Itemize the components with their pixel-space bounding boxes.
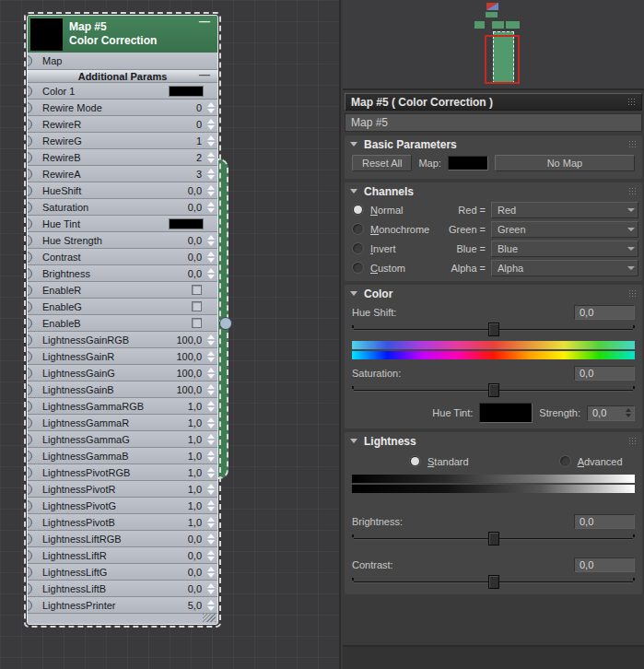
input-socket-icon[interactable]	[27, 351, 32, 362]
drag-grip-icon[interactable]	[628, 289, 637, 298]
hue-tint-swatch[interactable]	[479, 403, 533, 423]
channel-mode-radio[interactable]	[352, 262, 364, 274]
input-socket-icon[interactable]	[27, 600, 32, 611]
spinner-arrows-icon[interactable]	[205, 598, 216, 613]
param-value[interactable]: 1,0	[188, 500, 205, 511]
spinner-arrows-icon[interactable]	[205, 399, 216, 414]
spinner-arrows-icon[interactable]	[205, 449, 216, 464]
spinner-arrows-icon[interactable]	[205, 200, 216, 215]
param-value[interactable]: 0	[196, 119, 205, 130]
param-value[interactable]: 0,0	[188, 185, 205, 196]
param-value[interactable]: 100,0	[176, 384, 205, 395]
input-socket-icon[interactable]	[27, 135, 32, 147]
input-socket-icon[interactable]	[27, 55, 32, 66]
spinner-arrows-icon[interactable]	[623, 408, 634, 417]
spinner-arrows-icon[interactable]	[205, 266, 216, 281]
spinner-arrows-icon[interactable]	[205, 482, 216, 497]
input-socket-icon[interactable]	[27, 434, 32, 445]
spinner-arrows-icon[interactable]	[205, 581, 216, 596]
param-value[interactable]: 0,0	[188, 252, 205, 263]
param-checkbox[interactable]	[192, 285, 202, 295]
input-socket-icon[interactable]	[27, 119, 32, 130]
param-value[interactable]: 0,0	[188, 202, 205, 213]
saturation-slider[interactable]	[352, 382, 635, 398]
param-value[interactable]: 3	[196, 169, 205, 180]
input-socket-icon[interactable]	[27, 334, 32, 346]
spinner-arrows-icon[interactable]	[205, 548, 216, 563]
navigator-minimap[interactable]	[343, 0, 644, 90]
brightness-value-field[interactable]: 0,0	[574, 514, 635, 529]
spinner-arrows-icon[interactable]	[205, 233, 216, 248]
slider-handle[interactable]	[488, 532, 499, 546]
spinner-arrows-icon[interactable]	[205, 250, 216, 264]
input-socket-icon[interactable]	[27, 567, 32, 578]
contrast-value-field[interactable]: 0,0	[574, 558, 635, 572]
param-color-swatch[interactable]	[169, 218, 204, 229]
strength-spinner[interactable]: 0,0	[587, 405, 635, 421]
param-value[interactable]: 1,0	[188, 484, 205, 495]
input-socket-icon[interactable]	[27, 451, 32, 462]
node-preview-swatch[interactable]	[30, 18, 63, 51]
drag-grip-icon[interactable]	[628, 187, 637, 195]
spinner-arrows-icon[interactable]	[205, 499, 216, 513]
param-checkbox[interactable]	[192, 318, 202, 328]
node-header[interactable]: Map #5 Color Correction —	[28, 16, 217, 53]
spinner-arrows-icon[interactable]	[205, 167, 216, 182]
map-color-swatch[interactable]	[448, 156, 488, 170]
hue-shift-value-field[interactable]: 0,0	[574, 305, 635, 320]
param-value[interactable]: 0,0	[188, 268, 205, 279]
chevron-down-icon[interactable]	[625, 266, 638, 270]
node-graph-canvas[interactable]: Map #5 Color Correction — Map Additional…	[0, 0, 341, 669]
spinner-arrows-icon[interactable]	[205, 183, 216, 198]
input-socket-icon[interactable]	[27, 252, 32, 263]
param-value[interactable]: 0,0	[188, 583, 205, 594]
spinner-arrows-icon[interactable]	[205, 382, 216, 397]
input-socket-icon[interactable]	[27, 550, 32, 561]
spinner-arrows-icon[interactable]	[205, 100, 216, 115]
chevron-down-icon[interactable]	[625, 228, 638, 231]
channel-mode-radio[interactable]	[352, 204, 364, 216]
channel-mode-radio[interactable]	[352, 223, 364, 235]
navigator-view-frame[interactable]	[485, 35, 520, 84]
param-color-swatch[interactable]	[169, 86, 204, 97]
advanced-radio[interactable]	[559, 455, 571, 467]
param-value[interactable]: 0	[196, 102, 205, 113]
spinner-arrows-icon[interactable]	[205, 416, 216, 430]
input-socket-icon[interactable]	[27, 169, 32, 180]
drag-grip-icon[interactable]	[628, 140, 637, 148]
rollout-header[interactable]: Channels	[345, 182, 642, 200]
param-value[interactable]: 0,0	[188, 235, 205, 246]
param-value[interactable]: 100,0	[176, 334, 205, 346]
input-socket-icon[interactable]	[27, 368, 32, 379]
slider-handle[interactable]	[488, 383, 499, 397]
brightness-slider[interactable]	[352, 531, 635, 546]
input-socket-icon[interactable]	[27, 484, 32, 495]
rollout-header[interactable]: Color	[345, 285, 642, 302]
channel-mode-radio[interactable]	[352, 242, 364, 254]
section-collapse-icon[interactable]: —	[199, 72, 210, 79]
node-output-socket[interactable]	[219, 317, 232, 330]
reset-all-button[interactable]: Reset All	[352, 155, 412, 171]
hue-shift-slider[interactable]	[352, 322, 635, 337]
drag-grip-icon[interactable]	[628, 437, 637, 445]
color-correction-node[interactable]: Map #5 Color Correction — Map Additional…	[24, 12, 221, 628]
input-socket-icon[interactable]	[27, 583, 32, 594]
spinner-arrows-icon[interactable]	[205, 515, 216, 530]
param-value[interactable]: 0,0	[188, 534, 205, 545]
spinner-arrows-icon[interactable]	[205, 565, 216, 580]
param-value[interactable]: 1,0	[188, 434, 205, 445]
standard-radio[interactable]	[409, 455, 421, 467]
spinner-arrows-icon[interactable]	[205, 150, 216, 165]
input-socket-icon[interactable]	[27, 86, 32, 97]
spinner-arrows-icon[interactable]	[205, 532, 216, 546]
node-collapse-icon[interactable]: —	[199, 18, 210, 26]
material-name-input[interactable]: Map #5	[345, 113, 642, 132]
param-value[interactable]: 1,0	[188, 451, 205, 462]
param-value[interactable]: 0,0	[188, 567, 205, 578]
spinner-arrows-icon[interactable]	[205, 349, 216, 364]
input-socket-icon[interactable]	[27, 467, 32, 478]
spinner-arrows-icon[interactable]	[205, 134, 216, 148]
slider-handle[interactable]	[488, 575, 499, 589]
input-socket-icon[interactable]	[27, 268, 32, 279]
input-socket-icon[interactable]	[27, 218, 32, 229]
